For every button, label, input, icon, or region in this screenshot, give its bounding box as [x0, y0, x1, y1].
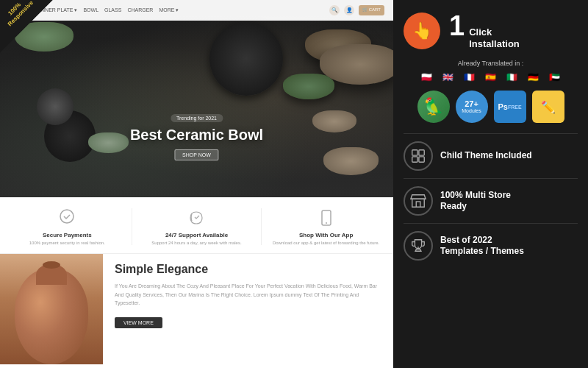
trophy-icon [404, 231, 433, 261]
svg-point-2 [326, 222, 327, 224]
multi-store-text: 100% Multi Store Ready [440, 190, 511, 213]
modules-count: 27+ [465, 100, 478, 108]
support-icon [186, 208, 207, 228]
cart-button[interactable]: 🛒 CART [359, 5, 384, 15]
hero-title: Best Ceramic Bowl [130, 127, 263, 144]
secure-payments-desc: 100% payment security in real fashion. [29, 240, 105, 246]
right-panel: 👆 1 Click Installation Already Translate… [393, 0, 588, 368]
flag-es: 🇪🇸 [482, 71, 500, 83]
feature-support: 24/7 Support Available Support 24 hours … [141, 208, 251, 246]
bowl-decoration-4 [312, 110, 356, 132]
feature-divider-2 [261, 208, 262, 245]
flag-ae: 🇦🇪 [546, 71, 564, 83]
support-desc: Support 24 hours a day, any week with ma… [151, 240, 241, 246]
feature-multi-store: 100% Multi Store Ready [404, 178, 578, 223]
hero-tag: Trending for 2021 [171, 114, 223, 122]
bowl-extra-1 [88, 132, 129, 153]
child-theme-title: Child Theme Included [440, 150, 532, 162]
child-theme-text: Child Theme Included [440, 150, 532, 162]
feature-app: Shop With Our App Download our app & get… [271, 208, 381, 246]
content-title: Simple Elegance [115, 263, 381, 276]
svg-rect-6 [419, 157, 424, 162]
shop-now-button[interactable]: SHOP NOW [174, 149, 219, 160]
multi-store-title: 100% Multi Store Ready [440, 190, 511, 213]
nav-items: DINNER PLATE ▾ BOWL GLASS CHARGER MORE ▾ [36, 7, 329, 13]
left-panel: 100% Responsive eramic DINNER PLATE ▾ BO… [0, 0, 393, 368]
feature-child-theme: Child Theme Included [404, 133, 578, 178]
bottom-section: Secure Payments 100% payment security in… [0, 197, 393, 368]
install-section: 👆 1 Click Installation [404, 12, 578, 49]
nav-item-more[interactable]: MORE ▾ [159, 7, 179, 13]
svg-rect-5 [412, 157, 417, 162]
modules-badge: 27+ Modules [456, 91, 488, 123]
view-more-button[interactable]: VIEW MORE [115, 317, 162, 328]
secure-payments-icon [57, 208, 77, 228]
nav-item-bowl[interactable]: BOWL [83, 7, 98, 13]
translated-section: Already Translated in : 🇵🇱 🇬🇧 🇫🇷 🇪🇸 🇮🇹 🇩… [404, 60, 578, 83]
app-title: Shop With Our App [299, 232, 353, 238]
user-icon[interactable]: 👤 [344, 5, 354, 15]
hero-content: Trending for 2021 Best Ceramic Bowl SHOP… [130, 110, 263, 160]
hero-section: eramic DINNER PLATE ▾ BOWL GLASS CHARGER… [0, 0, 393, 197]
flag-it: 🇮🇹 [503, 71, 521, 83]
install-text: 1 Click Installation [449, 12, 520, 49]
install-click-label: Click [469, 26, 520, 38]
install-sublabel: Installation [469, 38, 520, 50]
svg-rect-4 [419, 150, 424, 155]
secure-payments-title: Secure Payments [43, 232, 92, 238]
parrot-icon: 🦜 [417, 91, 450, 123]
feature-divider-1 [132, 208, 132, 245]
modules-row: 🦜 27+ Modules Ps FREE ✏️ [404, 91, 578, 123]
install-number: 1 [449, 12, 465, 40]
svg-rect-3 [412, 150, 417, 155]
nav-icons: 🔍 👤 🛒 CART [329, 5, 384, 15]
svg-point-0 [60, 210, 74, 223]
feature-secure-payments: Secure Payments 100% payment security in… [12, 208, 122, 246]
plate-extra-1 [37, 88, 74, 125]
product-image [0, 254, 103, 364]
app-desc: Download our app & get latest of forward… [273, 240, 379, 246]
flags-row: 🇵🇱 🇬🇧 🇫🇷 🇪🇸 🇮🇹 🇩🇪 🇦🇪 [404, 71, 578, 83]
flag-gb: 🇬🇧 [440, 71, 457, 83]
edit-badge: ✏️ [532, 91, 564, 123]
translated-label: Already Translated in : [404, 60, 578, 67]
plate-decoration-1 [209, 22, 283, 96]
photoshop-badge: Ps FREE [494, 91, 526, 123]
nav-item-glass[interactable]: GLASS [104, 7, 121, 13]
flag-pl: 🇵🇱 [418, 71, 436, 83]
support-title: 24/7 Support Available [165, 232, 228, 238]
content-text: Simple Elegance If You Are Dreaming Abou… [103, 254, 393, 368]
best-2022-text: Best of 2022 Templates / Themes [440, 235, 524, 258]
click-icon: 👆 [404, 13, 440, 49]
content-area: Simple Elegance If You Are Dreaming Abou… [0, 254, 393, 368]
flag-fr: 🇫🇷 [461, 71, 478, 83]
app-icon [316, 208, 337, 228]
child-theme-icon [404, 141, 433, 171]
flag-de: 🇩🇪 [525, 71, 542, 83]
features-row: Secure Payments 100% payment security in… [0, 197, 393, 254]
modules-label: Modules [462, 108, 481, 113]
search-icon[interactable]: 🔍 [329, 5, 340, 15]
bowl-decoration-2 [283, 74, 334, 99]
multi-store-icon [404, 186, 433, 216]
content-desc: If You Are Dreaming About The Cozy And P… [115, 282, 381, 307]
nav-item-charger[interactable]: CHARGER [127, 7, 153, 13]
feature-best-2022: Best of 2022 Templates / Themes [404, 223, 578, 268]
hero-nav: eramic DINNER PLATE ▾ BOWL GLASS CHARGER… [0, 0, 393, 21]
bowl-extra-2 [323, 147, 379, 175]
best-2022-title: Best of 2022 Templates / Themes [440, 235, 524, 258]
